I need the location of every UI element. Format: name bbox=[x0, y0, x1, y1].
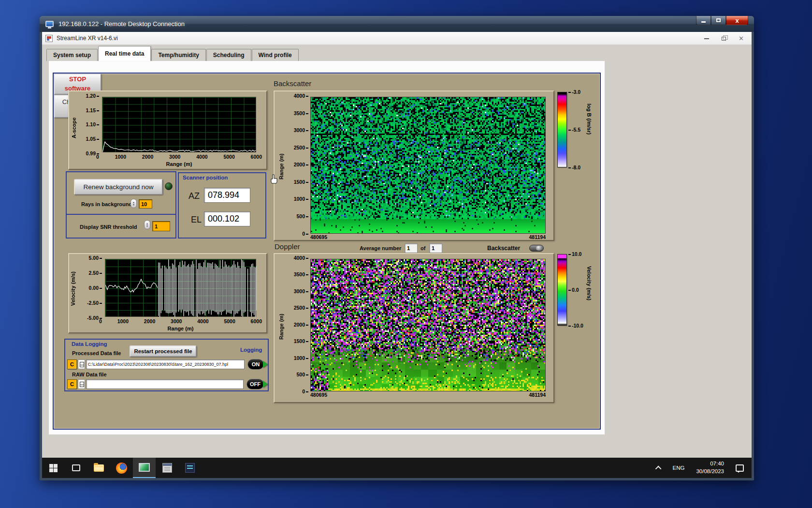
processed-logging-toggle[interactable]: ON bbox=[247, 359, 268, 370]
velocity-plot-area bbox=[105, 259, 256, 317]
off-led-arrow-icon bbox=[263, 381, 268, 388]
close-button[interactable]: x bbox=[726, 16, 748, 25]
rdp-titlebar[interactable]: 192.168.0.122 - Remote Desktop Connectio… bbox=[40, 16, 754, 32]
on-led-arrow-icon bbox=[263, 361, 268, 368]
task-view-button[interactable] bbox=[65, 458, 87, 478]
doppler-title: Doppler bbox=[275, 242, 300, 251]
rdp-connection-icon bbox=[45, 21, 54, 27]
ascope-y-axis-label: A-scope bbox=[71, 106, 77, 149]
clock[interactable]: 07:40 30/08/2023 bbox=[691, 460, 729, 475]
file-explorer-icon bbox=[94, 464, 104, 472]
processed-browse-icon[interactable] bbox=[78, 359, 85, 369]
raw-logging-toggle[interactable]: OFF bbox=[246, 379, 268, 389]
velocity-y-ticks: 5.002.500.00-2.50-5.00 bbox=[76, 255, 102, 320]
backscatter-heatmap bbox=[310, 97, 546, 234]
backscatter-colorbar-label: log B (/m/sr) bbox=[586, 104, 592, 134]
backscatter-colorbar-ticks: -3.0-5.5-8.0 bbox=[568, 90, 580, 170]
action-center-icon[interactable] bbox=[736, 464, 744, 472]
rays-in-background-label: Rays in background bbox=[81, 201, 132, 207]
tab-wind-profile[interactable]: Wind profile bbox=[252, 49, 299, 61]
velocity-trace bbox=[105, 259, 257, 317]
vi-close-button[interactable]: ✕ bbox=[739, 35, 744, 42]
average-number-label: Average number bbox=[360, 245, 401, 251]
velocity-x-axis-label: Range (m) bbox=[105, 326, 256, 331]
scan-scheduler-icon bbox=[162, 463, 172, 473]
streamline-app-button[interactable] bbox=[133, 458, 156, 478]
clock-date: 30/08/2023 bbox=[696, 468, 724, 474]
processed-data-file-label: Processed Data file bbox=[72, 350, 121, 356]
tab-temp-humidity[interactable]: Temp/humidity bbox=[151, 49, 205, 61]
raw-drive-selector[interactable]: C bbox=[67, 379, 77, 389]
vi-titlebar[interactable]: StreamLine XR v14-6.vi ✕ bbox=[42, 32, 752, 45]
desktop-wallpaper: 192.168.0.122 - Remote Desktop Connectio… bbox=[0, 0, 812, 508]
language-indicator[interactable]: ENG bbox=[668, 465, 690, 471]
backscatter-toggle-switch[interactable] bbox=[529, 245, 544, 252]
minimize-button[interactable] bbox=[696, 16, 711, 25]
rays-value-field[interactable]: 10 bbox=[139, 199, 152, 209]
velocity-x-ticks: 0100020003000400050006000 bbox=[99, 319, 262, 324]
rdp-window: 192.168.0.122 - Remote Desktop Connectio… bbox=[40, 16, 754, 480]
tray-expand-icon[interactable] bbox=[655, 465, 661, 472]
streamline-app-icon bbox=[139, 463, 150, 472]
notes-app-icon bbox=[185, 463, 195, 473]
tab-system-setup[interactable]: System setup bbox=[46, 49, 98, 61]
restart-processed-file-button[interactable]: Restart processed file bbox=[130, 345, 197, 357]
data-logging-box: Data Logging Processed Data file Restart… bbox=[64, 339, 269, 391]
backscatter-x-end: 481194 bbox=[529, 235, 546, 240]
renew-background-button[interactable]: Renew background now bbox=[74, 179, 163, 195]
doppler-graph: Range (m) 400035003000250020001500100050… bbox=[274, 253, 554, 403]
processed-drive-selector[interactable]: C bbox=[67, 359, 77, 369]
task-view-icon bbox=[72, 464, 80, 471]
velocity-graph: Velocity (m/s) 5.002.500.00-2.50-5.00 01… bbox=[68, 253, 267, 333]
vi-restore-button[interactable] bbox=[722, 37, 726, 41]
backscatter-y-ticks: 40003500300025002000150010005000 bbox=[286, 93, 308, 236]
doppler-y-axis-label: Range (m) bbox=[278, 302, 284, 351]
processed-path-input[interactable] bbox=[86, 359, 245, 369]
tab-scheduling[interactable]: Scheduling bbox=[206, 49, 251, 61]
average-total-field[interactable]: 1 bbox=[429, 243, 442, 253]
ascope-plot-area bbox=[102, 97, 256, 152]
raw-browse-icon[interactable] bbox=[78, 379, 85, 389]
snr-spinner[interactable]: ▲▼ bbox=[144, 220, 150, 229]
raw-path-input[interactable] bbox=[86, 379, 244, 389]
tab-page: A-scope 1.201.151.101.050.99 01000200030… bbox=[49, 61, 605, 434]
ascope-graph: A-scope 1.201.151.101.050.99 01000200030… bbox=[68, 90, 267, 170]
firefox-button[interactable] bbox=[110, 458, 133, 478]
remote-desktop-session: StreamLine XR v14-6.vi ✕ System setup Re… bbox=[42, 32, 752, 478]
raw-data-file-label: RAW Data file bbox=[72, 372, 107, 377]
el-value-field: 000.102 bbox=[204, 211, 250, 226]
clock-time: 07:40 bbox=[710, 461, 724, 466]
doppler-x-end: 481194 bbox=[529, 392, 546, 398]
notes-app-button[interactable] bbox=[178, 458, 201, 478]
backscatter-x-start: 480695 bbox=[310, 235, 327, 240]
tab-strip: System setup Real time data Temp/humidit… bbox=[42, 45, 752, 61]
ascope-trace bbox=[102, 97, 257, 153]
backscatter-colorbar bbox=[557, 92, 567, 167]
mouse-hand-cursor bbox=[269, 174, 278, 184]
ascope-x-axis-label: Range (m) bbox=[102, 161, 256, 167]
maximize-button[interactable] bbox=[711, 16, 726, 25]
scanner-position-box: Scanner position AZ 078.994 EL 000.102 bbox=[178, 172, 266, 239]
velocity-y-axis-label: Velocity (m/s) bbox=[70, 265, 76, 313]
backscatter-graph: Range (m) 400035003000250020001500100050… bbox=[274, 90, 554, 241]
ascope-y-ticks: 1.201.151.101.050.99 bbox=[77, 93, 99, 156]
scan-scheduler-button[interactable] bbox=[156, 458, 178, 478]
backscatter-title: Backscatter bbox=[274, 79, 311, 88]
background-controls-box: Renew background now Rays in background … bbox=[66, 171, 176, 215]
doppler-x-start: 480695 bbox=[310, 392, 327, 398]
average-number-field[interactable]: 1 bbox=[405, 243, 418, 253]
tab-real-time-data[interactable]: Real time data bbox=[98, 46, 151, 61]
rays-spinner[interactable]: ▲▼ bbox=[130, 199, 137, 208]
start-button[interactable] bbox=[42, 458, 65, 478]
vi-minimize-button[interactable] bbox=[704, 38, 709, 39]
firefox-icon bbox=[116, 463, 127, 474]
taskbar: ENG 07:40 30/08/2023 bbox=[42, 458, 752, 478]
display-snr-threshold-label: Display SNR threshold bbox=[80, 224, 137, 230]
doppler-colorbar-label: Velocity (m/s) bbox=[586, 266, 592, 300]
file-explorer-button[interactable] bbox=[87, 458, 110, 478]
vi-window-title: StreamLine XR v14-6.vi bbox=[57, 35, 118, 42]
az-value-field: 078.994 bbox=[204, 188, 250, 203]
renew-status-led bbox=[165, 182, 173, 190]
doppler-colorbar-ticks: 10.00.0-10.0 bbox=[568, 252, 583, 328]
snr-value-field[interactable]: 1 bbox=[152, 221, 170, 231]
